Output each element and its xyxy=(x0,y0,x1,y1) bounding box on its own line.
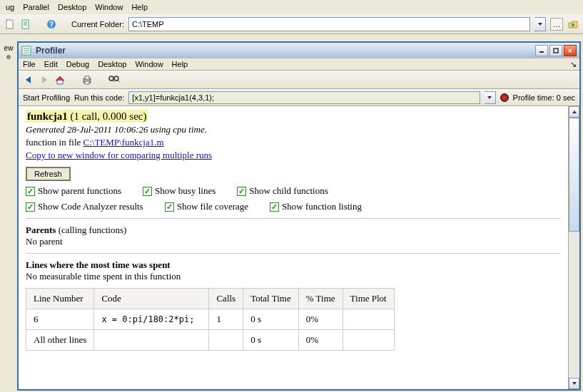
parents-heading: Parents xyxy=(26,225,59,235)
svg-text:?: ? xyxy=(49,21,54,29)
outer-toolbar: ? Current Folder: … xyxy=(0,14,583,34)
up-folder-icon[interactable] xyxy=(567,19,579,30)
run-code-input[interactable] xyxy=(128,91,480,104)
generated-line: Generated 28-Jul-2011 10:06:26 using cpu… xyxy=(26,124,561,135)
current-folder-input[interactable] xyxy=(128,17,530,31)
find-icon[interactable] xyxy=(108,74,120,86)
close-button[interactable]: × xyxy=(564,45,577,56)
print-icon[interactable] xyxy=(81,74,93,86)
menu-item[interactable]: Window xyxy=(135,60,163,68)
current-folder-label: Current Folder: xyxy=(71,20,124,29)
col-code: Code xyxy=(94,289,209,309)
home-icon[interactable] xyxy=(54,74,66,86)
page-icon[interactable] xyxy=(20,19,31,30)
profiler-menu-bar: File Edit Debug Desktop Window Help ↘ xyxy=(19,58,579,71)
menu-corner-icon[interactable]: ↘ xyxy=(570,60,577,69)
scrollbar[interactable] xyxy=(568,106,579,389)
run-code-label: Run this code: xyxy=(74,93,124,102)
profiler-nav-toolbar xyxy=(19,71,579,89)
col-line: Line Number xyxy=(26,289,94,309)
forward-icon[interactable] xyxy=(39,74,50,86)
show-parent-checkbox[interactable]: ✓Show parent functions xyxy=(26,185,121,197)
window-title: Profiler xyxy=(36,46,531,56)
outer-menu-bar: ug Parallel Desktop Window Help xyxy=(0,0,583,14)
dock-dot-icon xyxy=(6,55,11,59)
minimize-button[interactable] xyxy=(535,45,548,56)
file-link[interactable]: C:\TEMP\funkcja1.m xyxy=(83,137,164,148)
browse-folder-button[interactable]: … xyxy=(550,18,563,31)
table-row: 6 x = 0:pi/180:2*pi; 1 0 s 0% xyxy=(26,309,395,330)
refresh-button[interactable]: Refresh xyxy=(26,167,71,181)
code-dropdown-icon[interactable] xyxy=(485,91,496,104)
new-file-icon[interactable] xyxy=(4,19,16,30)
profiler-app-icon xyxy=(21,46,31,56)
col-total: Total Time xyxy=(243,289,299,309)
menu-item[interactable]: Desktop xyxy=(98,60,126,68)
show-listing-checkbox[interactable]: ✓Show function listing xyxy=(270,201,362,212)
lines-body: No measurable time spent in this functio… xyxy=(26,271,561,282)
svg-line-19 xyxy=(113,80,114,82)
menu-item[interactable]: Help xyxy=(131,3,148,11)
menu-item[interactable]: Debug xyxy=(66,60,89,68)
menu-item[interactable]: Parallel xyxy=(23,3,49,11)
scroll-up-icon[interactable] xyxy=(569,106,579,118)
svg-rect-2 xyxy=(22,20,29,29)
col-calls: Calls xyxy=(209,289,243,309)
function-title: funkcja1 (1 call, 0.000 sec) xyxy=(26,110,148,123)
show-coverage-checkbox[interactable]: ✓Show file coverage xyxy=(165,201,248,212)
maximize-button[interactable] xyxy=(549,45,562,56)
help-icon[interactable]: ? xyxy=(46,19,57,30)
menu-item[interactable]: Window xyxy=(95,3,123,11)
scroll-down-icon[interactable] xyxy=(569,378,579,389)
show-child-checkbox[interactable]: ✓Show child functions xyxy=(237,185,328,197)
profiler-window: Profiler × File Edit Debug Desktop Windo… xyxy=(17,41,581,391)
start-profiling-button[interactable]: Start Profiling xyxy=(23,93,70,102)
file-line: function in file C:\TEMP\funkcja1.m xyxy=(26,137,561,148)
title-bar: Profiler × xyxy=(19,43,579,58)
svg-rect-13 xyxy=(554,48,558,53)
col-pct: % Time xyxy=(298,289,343,309)
svg-rect-1 xyxy=(11,20,13,22)
profiler-content: funkcja1 (1 call, 0.000 sec) Generated 2… xyxy=(19,106,568,389)
svg-rect-15 xyxy=(85,76,89,79)
left-dock-column: ew xyxy=(0,38,17,392)
time-table: Line Number Code Calls Total Time % Time… xyxy=(26,288,395,351)
profile-time-label: Profile time: 0 sec xyxy=(513,93,575,102)
copy-window-link[interactable]: Copy to new window for comparing multipl… xyxy=(26,150,212,160)
show-busy-checkbox[interactable]: ✓Show busy lines xyxy=(143,185,216,197)
col-plot: Time Plot xyxy=(343,289,394,309)
menu-item[interactable]: ug xyxy=(6,3,14,11)
scroll-thumb[interactable] xyxy=(569,118,579,232)
table-row: All other lines 0 s 0% xyxy=(26,330,395,351)
dock-tab[interactable]: ew xyxy=(4,44,14,52)
menu-item[interactable]: Help xyxy=(172,60,188,68)
back-icon[interactable] xyxy=(23,74,34,86)
profiler-run-toolbar: Start Profiling Run this code: Profile t… xyxy=(19,89,579,106)
menu-item[interactable]: Desktop xyxy=(58,3,86,11)
record-icon[interactable] xyxy=(500,93,509,102)
svg-line-20 xyxy=(118,80,119,82)
lines-heading: Lines where the most time was spent xyxy=(26,259,561,271)
folder-dropdown-icon[interactable] xyxy=(534,17,546,31)
parents-body: No parent xyxy=(26,236,561,247)
svg-rect-16 xyxy=(85,81,89,84)
menu-item[interactable]: File xyxy=(23,60,36,68)
show-analyzer-checkbox[interactable]: ✓Show Code Analyzer results xyxy=(26,201,143,212)
menu-item[interactable]: Edit xyxy=(44,60,58,68)
